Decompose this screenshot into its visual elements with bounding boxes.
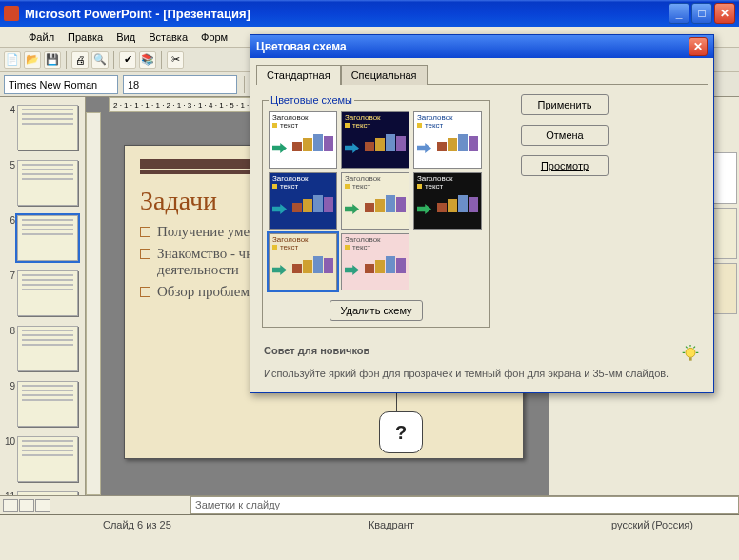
- slide-thumbnails[interactable]: 4567891011: [0, 97, 86, 495]
- thumb-7[interactable]: 7: [4, 270, 81, 316]
- scheme-option-5[interactable]: Заголовоктекст .schpick:nth-child(6) .ar…: [413, 172, 482, 230]
- new-icon[interactable]: 📄: [4, 51, 21, 69]
- cut-icon[interactable]: ✂: [167, 51, 184, 69]
- titlebar: Microsoft PowerPoint - [Презентация] _ □…: [0, 0, 739, 27]
- menu-view[interactable]: Вид: [110, 30, 141, 45]
- scheme-option-6[interactable]: Заголовоктекст .schpick:nth-child(7) .ar…: [269, 233, 337, 290]
- app-title: Microsoft PowerPoint - [Презентация]: [25, 7, 250, 21]
- save-icon[interactable]: 💾: [44, 51, 61, 69]
- open-icon[interactable]: 📂: [24, 51, 41, 69]
- bottom-bar: Заметки к слайду: [0, 495, 739, 514]
- hint-text: Используйте яркий фон для прозрачек и те…: [264, 368, 669, 379]
- hint-title: Совет для новичков: [264, 345, 370, 356]
- apply-button[interactable]: Применить: [521, 94, 609, 115]
- thumb-9[interactable]: 9: [4, 381, 81, 427]
- scheme-option-0[interactable]: Заголовоктекст .schpick:nth-child(1) .ar…: [269, 111, 337, 169]
- status-lang: русский (Россия): [604, 519, 701, 530]
- dialog-tabs: Стандартная Специальная: [256, 64, 708, 85]
- delete-scheme-button[interactable]: Удалить схему: [330, 300, 422, 321]
- hint-box: Совет для новичков Используйте яркий фон…: [264, 345, 700, 379]
- color-scheme-dialog: Цветовая схема ✕ Стандартная Специальная…: [250, 34, 714, 393]
- svg-point-0: [686, 348, 695, 357]
- scheme-option-2[interactable]: Заголовоктекст .schpick:nth-child(3) .ar…: [413, 111, 482, 169]
- preview-icon[interactable]: 🔍: [91, 51, 109, 69]
- notes-field[interactable]: Заметки к слайду: [190, 496, 739, 514]
- size-select[interactable]: [123, 75, 237, 94]
- thumb-8[interactable]: 8: [4, 326, 81, 371]
- close-button[interactable]: ✕: [714, 3, 735, 24]
- menu-format[interactable]: Форм: [195, 30, 233, 45]
- dialog-title: Цветовая схема: [256, 40, 347, 53]
- vertical-ruler: [86, 112, 101, 495]
- status-slide: Слайд 6 из 25: [95, 519, 179, 530]
- menu-file[interactable]: Файл: [23, 30, 60, 45]
- minimize-button[interactable]: _: [669, 3, 689, 24]
- statusbar: Слайд 6 из 25 Квадрант русский (Россия): [0, 514, 739, 533]
- font-select[interactable]: [4, 75, 118, 94]
- scheme-option-1[interactable]: Заголовоктекст .schpick:nth-child(2) .ar…: [341, 111, 409, 169]
- menu-insert[interactable]: Вставка: [143, 30, 193, 45]
- sorter-view-icon[interactable]: [19, 499, 34, 512]
- tab-standard[interactable]: Стандартная: [256, 65, 341, 85]
- menu-edit[interactable]: Правка: [62, 30, 109, 45]
- scheme-option-4[interactable]: Заголовоктекст .schpick:nth-child(5) .ar…: [341, 172, 409, 230]
- spell-icon[interactable]: ✔: [119, 51, 136, 69]
- scheme-option-3[interactable]: Заголовоктекст .schpick:nth-child(4) .ar…: [269, 172, 337, 230]
- research-icon[interactable]: 📚: [139, 51, 156, 69]
- svg-rect-1: [689, 357, 691, 360]
- status-theme: Квадрант: [179, 519, 604, 530]
- thumb-10[interactable]: 10: [4, 436, 81, 482]
- slideshow-view-icon[interactable]: [35, 499, 50, 512]
- cancel-button[interactable]: Отмена: [521, 125, 609, 146]
- preview-button[interactable]: Просмотр: [521, 155, 609, 176]
- schemes-group: Цветовые схемы Заголовоктекст .schpick:n…: [262, 94, 490, 328]
- dialog-close-button[interactable]: ✕: [689, 37, 708, 56]
- view-buttons: [0, 496, 95, 514]
- scheme-option-7[interactable]: Заголовоктекст .schpick:nth-child(8) .ar…: [341, 233, 409, 290]
- thumb-11[interactable]: 11: [4, 491, 81, 495]
- thumb-5[interactable]: 5: [4, 160, 81, 206]
- thumb-6[interactable]: 6: [4, 215, 81, 261]
- dialog-titlebar[interactable]: Цветовая схема ✕: [250, 35, 713, 58]
- tab-custom[interactable]: Специальная: [341, 65, 428, 85]
- thumb-4[interactable]: 4: [4, 105, 81, 150]
- schemes-legend: Цветовые схемы: [269, 94, 354, 106]
- lightbulb-icon: [681, 345, 700, 364]
- app-icon: [4, 6, 19, 21]
- normal-view-icon[interactable]: [3, 499, 18, 512]
- print-icon[interactable]: 🖨: [71, 51, 89, 69]
- maximize-button[interactable]: □: [691, 3, 712, 24]
